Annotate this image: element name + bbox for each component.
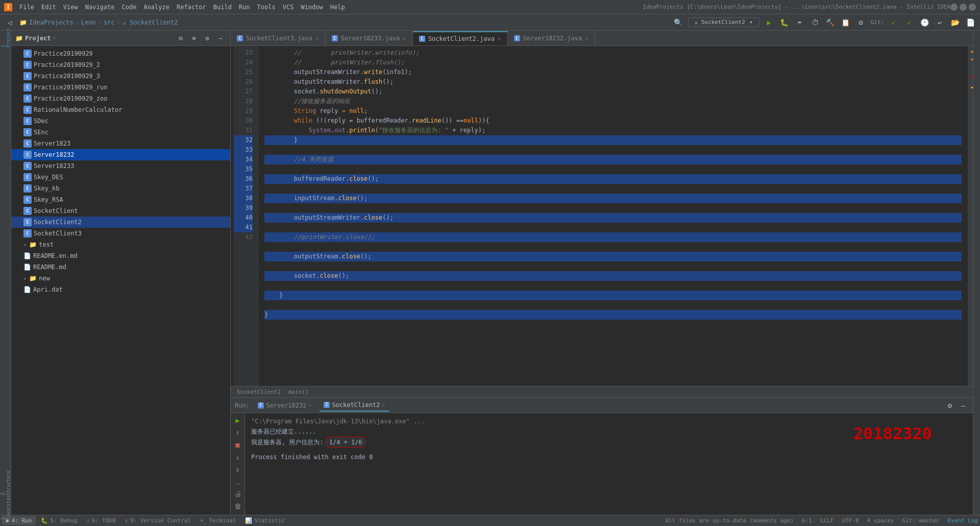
- tab-socketclient3[interactable]: C SocketClient3.java ×: [231, 31, 326, 45]
- tree-item-server18232[interactable]: C Server18232: [11, 149, 230, 160]
- run-play-icon[interactable]: ▶: [233, 415, 243, 425]
- tree-item-practice20190929-zoo[interactable]: C Practice20190929_zoo: [11, 93, 230, 104]
- menu-help[interactable]: Help: [327, 3, 348, 12]
- bottom-tab-debug[interactable]: 🐛 5: Debug: [37, 516, 81, 525]
- git-check2-icon[interactable]: ✓: [903, 17, 915, 28]
- tree-item-skey-rsa[interactable]: C Skey_RSA: [11, 194, 230, 205]
- sidebar-favorites-icon[interactable]: 2-Favorites: [1, 503, 11, 513]
- git-history-icon[interactable]: 🕐: [919, 17, 930, 28]
- tree-item-practice20190929-2[interactable]: C Practice20190929_2: [11, 59, 230, 70]
- tree-item-practice20190929-3[interactable]: C Practice20190929_3: [11, 70, 230, 82]
- git-annotate-icon[interactable]: 📄: [965, 17, 976, 28]
- tree-item-server1823[interactable]: C Server1823: [11, 138, 230, 149]
- tree-item-skey-kb[interactable]: C Skey_kb: [11, 183, 230, 194]
- run-clear-icon[interactable]: 🗑: [233, 501, 243, 511]
- settings-icon[interactable]: ⚙: [855, 17, 867, 28]
- menu-tools[interactable]: Tools: [254, 3, 279, 12]
- git-check-icon[interactable]: ✓: [888, 17, 899, 28]
- tree-item-skey-des[interactable]: C Skey_DES: [11, 172, 230, 183]
- debug-button[interactable]: 🐛: [779, 17, 790, 28]
- breadcrumb-leon[interactable]: Leon: [81, 19, 96, 26]
- run-settings-icon[interactable]: ⚙: [944, 400, 955, 411]
- back-icon[interactable]: ◁: [4, 17, 15, 28]
- tree-item-practice20190929-run[interactable]: C Practice20190929_run: [11, 82, 230, 93]
- menu-analyze[interactable]: Analyze: [140, 3, 173, 12]
- run-tab-server18232[interactable]: C Server18232 ×: [254, 400, 316, 411]
- run-with-coverage-icon[interactable]: ☂: [794, 17, 805, 28]
- collapse-all-icon[interactable]: ⊟: [175, 33, 186, 44]
- git-rollback-icon[interactable]: ↩: [934, 17, 945, 28]
- scroll-to-source-icon[interactable]: ⊕: [188, 33, 200, 44]
- tree-item-socketclient[interactable]: C SocketClient: [11, 205, 230, 217]
- bottom-tab-todo[interactable]: ☑ 6: TODO: [82, 516, 119, 525]
- tree-item-label: Server18232: [34, 151, 74, 158]
- tree-item-new-folder[interactable]: ▸ 📁 new: [11, 273, 230, 284]
- profile-icon[interactable]: ⏱: [810, 17, 821, 28]
- run-tab-close[interactable]: ×: [308, 402, 311, 408]
- close-button[interactable]: ×: [969, 4, 976, 11]
- breadcrumb-ideaprojects[interactable]: IdeaProjects: [29, 19, 74, 26]
- project-header: 📁 Project ▾ ⊟ ⊕ ⚙ —: [11, 31, 230, 46]
- bottom-tab-vcs[interactable]: ↕ 9: Version Control: [120, 516, 195, 525]
- sidebar-structure-icon[interactable]: Z-Structure: [1, 478, 11, 488]
- run-stop-icon[interactable]: ■: [233, 440, 243, 450]
- run-hide-icon[interactable]: —: [958, 400, 969, 411]
- code-content[interactable]: // printWriter.write(info); // printWrit…: [258, 46, 968, 386]
- tree-item-practice20190929[interactable]: C Practice20190929: [11, 48, 230, 59]
- bottom-tab-terminal[interactable]: >_ Terminal: [196, 516, 240, 525]
- sidebar-project-icon[interactable]: 1-Project: [1, 33, 11, 43]
- project-settings-icon[interactable]: ⚙: [202, 33, 213, 44]
- tree-item-sdec[interactable]: C SDec: [11, 115, 230, 127]
- menu-code[interactable]: Code: [119, 3, 140, 12]
- run-button[interactable]: ▶: [764, 17, 775, 28]
- menu-window[interactable]: Window: [298, 3, 326, 12]
- run-wrap-icon[interactable]: ⎵: [233, 476, 243, 487]
- run-tab-close[interactable]: ×: [382, 402, 385, 408]
- tree-item-readme-en[interactable]: 📄 README.en.md: [11, 250, 230, 261]
- tab-close-icon[interactable]: ×: [498, 36, 501, 42]
- bottom-tab-statistic[interactable]: 📊 Statistic: [241, 516, 289, 525]
- tab-close-icon[interactable]: ×: [585, 35, 589, 42]
- tree-item-senc[interactable]: C SEnc: [11, 127, 230, 138]
- tree-item-apri-dat[interactable]: 📄 Apri.dat: [11, 284, 230, 295]
- tab-close-icon[interactable]: ×: [315, 35, 319, 42]
- build-icon[interactable]: 🔨: [825, 17, 836, 28]
- run-scroll-end-icon[interactable]: ↕: [233, 464, 243, 474]
- project-dropdown-icon[interactable]: ▾: [53, 35, 56, 41]
- tab-server18233[interactable]: C Server18233.java ×: [326, 31, 413, 45]
- breadcrumb-project[interactable]: 📁: [19, 19, 27, 26]
- tree-item-socketclient3[interactable]: C SocketClient3: [11, 228, 230, 239]
- run-config-selector[interactable]: ☕ SocketClient2 ▾: [688, 17, 760, 27]
- tree-item-socketclient2[interactable]: C SocketClient2: [11, 217, 230, 228]
- scroll-map: [968, 46, 973, 386]
- search-everywhere-icon[interactable]: 🔍: [673, 17, 684, 28]
- event-log[interactable]: Event Log: [947, 517, 978, 524]
- run-rerun-icon[interactable]: ↓: [233, 452, 243, 462]
- maximize-button[interactable]: □: [960, 4, 967, 11]
- menu-edit[interactable]: Edit: [38, 3, 59, 12]
- run-tab-socketclient2[interactable]: C SocketClient2 ×: [320, 399, 389, 412]
- menu-navigate[interactable]: Navigate: [82, 3, 118, 12]
- run-print-icon[interactable]: 🖨: [233, 489, 243, 499]
- breadcrumb-file[interactable]: ☕ SocketClient2: [122, 19, 178, 26]
- tab-close-icon[interactable]: ×: [403, 35, 406, 42]
- tree-item-server18233[interactable]: C Server18233: [11, 160, 230, 172]
- menu-view[interactable]: View: [60, 3, 81, 12]
- menu-build[interactable]: Build: [210, 3, 235, 12]
- minimize-button[interactable]: −: [950, 4, 958, 11]
- tab-socketclient2[interactable]: C SocketClient2.java ×: [413, 31, 508, 45]
- git-browse-icon[interactable]: 📂: [949, 17, 961, 28]
- menu-refactor[interactable]: Refactor: [174, 3, 209, 12]
- highlighted-value: 1/4 + 1/6: [326, 437, 366, 448]
- run-stop-up-icon[interactable]: ↑: [233, 427, 243, 438]
- project-hide-icon[interactable]: —: [215, 33, 226, 44]
- menu-file[interactable]: File: [16, 3, 37, 12]
- breadcrumb-src[interactable]: src: [104, 19, 115, 26]
- tree-item-readme[interactable]: 📄 README.md: [11, 261, 230, 273]
- coverage-icon[interactable]: 📋: [840, 17, 851, 28]
- tab-server18232[interactable]: C Server18232.java ×: [508, 31, 595, 45]
- menu-vcs[interactable]: VCS: [280, 3, 297, 12]
- tree-item-test-folder[interactable]: ▸ 📁 test: [11, 239, 230, 250]
- tree-item-rationalnumber[interactable]: C RationalNumberCalculator: [11, 104, 230, 115]
- menu-run[interactable]: Run: [236, 3, 253, 12]
